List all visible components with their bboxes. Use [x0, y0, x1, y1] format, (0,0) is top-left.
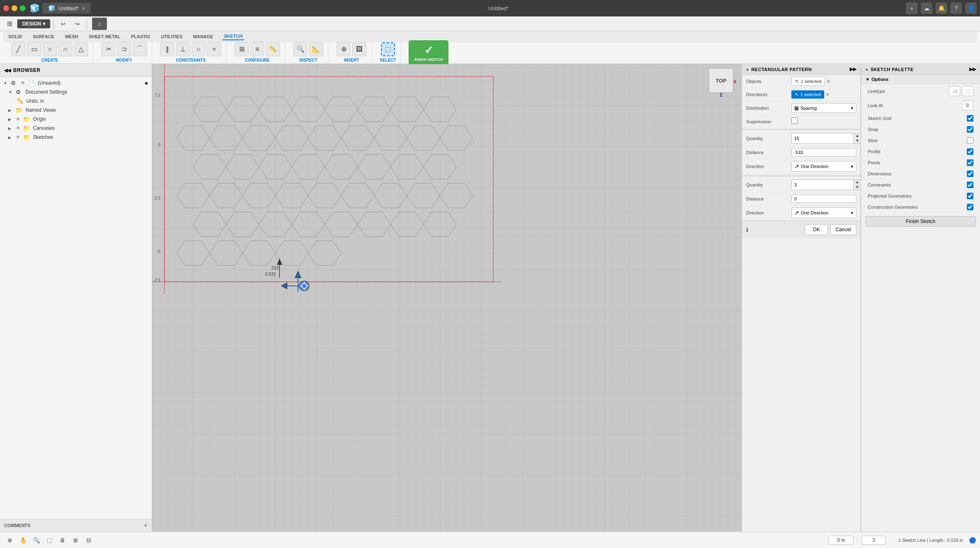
triangle-tool-button[interactable]: △: [74, 42, 88, 56]
sidebar-item-unsaved[interactable]: ▼ ⚙ 👁 📄 (Unsaved) ⏺: [0, 78, 152, 87]
profile-checkbox[interactable]: [967, 148, 973, 155]
close-window-button[interactable]: [3, 5, 9, 11]
eye-icon[interactable]: 👁: [21, 80, 25, 86]
trim-tool-button[interactable]: ✂: [102, 42, 116, 56]
objects-clear-button[interactable]: ×: [827, 78, 830, 85]
design-mode-button[interactable]: DESIGN ▾: [17, 19, 50, 28]
cancel-button[interactable]: Cancel: [830, 224, 856, 235]
tab-manage[interactable]: MANAGE: [192, 33, 215, 40]
create-section-label[interactable]: CREATE: [42, 56, 58, 63]
status-bar-icon[interactable]: 🔵: [969, 537, 976, 543]
notification-button[interactable]: 🔔: [936, 2, 947, 14]
options-section-header[interactable]: ▼ Options: [861, 75, 980, 84]
ok-button[interactable]: OK: [805, 224, 827, 235]
zoom-button[interactable]: 🔍: [30, 534, 42, 546]
rectangle-tool-button[interactable]: ▭: [27, 42, 41, 56]
tab-surface[interactable]: SURFACE: [31, 33, 56, 40]
select-tool-button[interactable]: ⬚: [381, 42, 395, 56]
configure-section-label[interactable]: CONFIGURE: [245, 56, 270, 63]
eye-icon[interactable]: 👁: [16, 125, 21, 131]
arc-tool-button[interactable]: ∩: [58, 42, 72, 56]
insert2-button[interactable]: 🖼: [352, 42, 366, 56]
close-tab-icon[interactable]: ×: [82, 5, 85, 12]
fit-button[interactable]: ⬚: [44, 534, 55, 546]
inspect-section-label[interactable]: INSPECT: [299, 56, 317, 63]
maximize-window-button[interactable]: [20, 5, 25, 11]
finish-sketch-button[interactable]: ✓ FINISH SKETCH: [409, 40, 448, 65]
add-comment-button[interactable]: +: [144, 522, 148, 529]
tab-plastic[interactable]: PLASTIC: [129, 33, 152, 40]
app-tab[interactable]: 🧊 Untitled* ×: [42, 3, 91, 14]
home-button[interactable]: ⌂: [92, 18, 107, 30]
circle-tool-button[interactable]: ○: [43, 42, 57, 56]
coord-x-display[interactable]: 0 in: [829, 536, 853, 545]
insert1-button[interactable]: ⊕: [337, 42, 351, 56]
linetype-button-2[interactable]: ⬚: [962, 86, 973, 96]
fillet-tool-button[interactable]: ⌒: [133, 42, 147, 56]
configure1-button[interactable]: ⊞: [235, 42, 249, 56]
points-checkbox[interactable]: [967, 159, 973, 166]
dimensions-checkbox[interactable]: [967, 170, 973, 177]
quantity-decrement-1[interactable]: ▼: [853, 138, 861, 143]
select-section-label[interactable]: SELECT: [380, 56, 396, 63]
inspect1-button[interactable]: 🔍: [294, 42, 307, 56]
direction-dropdown-2[interactable]: ↗ One Direction ▾: [791, 207, 856, 218]
quantity-input-1[interactable]: [792, 135, 853, 142]
rect-pattern-expand-icon[interactable]: ▶▶: [850, 67, 856, 72]
directions-clear-button[interactable]: ×: [826, 91, 829, 98]
pan-button[interactable]: ✋: [17, 534, 29, 546]
distribution-dropdown[interactable]: ▦ Spacing ▾: [791, 103, 856, 113]
quantity-increment-1[interactable]: ▲: [853, 134, 861, 138]
grid-display-button[interactable]: ⊞: [70, 534, 81, 546]
sidebar-item-units[interactable]: 📏 Units: in: [0, 97, 152, 106]
view-cube[interactable]: TOP X Z: [705, 68, 737, 101]
offset-tool-button[interactable]: ⊃: [117, 42, 131, 56]
sketch-grid-checkbox[interactable]: [967, 115, 973, 122]
tab-solid[interactable]: SOLID: [7, 33, 24, 40]
eye-icon[interactable]: 👁: [16, 134, 21, 140]
constraints-checkbox[interactable]: [967, 182, 973, 188]
view-options-button[interactable]: ⊟: [83, 534, 95, 546]
sidebar-item-named-views[interactable]: ▶ 📁 Named Views: [0, 106, 152, 115]
modify-section-label[interactable]: MODIFY: [116, 56, 132, 63]
account-button[interactable]: 👤: [965, 2, 977, 14]
sidebar-item-origin[interactable]: ▶ 👁 📁 Origin: [0, 115, 152, 124]
constraint4-button[interactable]: =: [207, 42, 221, 56]
directions-selected-badge[interactable]: ↖ 1 selected: [791, 90, 824, 99]
constraint2-button[interactable]: ⊥: [176, 42, 190, 56]
help-button[interactable]: ?: [950, 2, 962, 14]
display-button[interactable]: 🖥: [57, 534, 68, 546]
orbit-button[interactable]: ⊕: [4, 534, 16, 546]
direction-dropdown-1[interactable]: ↗ One Direction ▾: [791, 161, 856, 172]
slice-checkbox[interactable]: [967, 137, 973, 144]
cloud-button[interactable]: ☁: [921, 2, 932, 14]
insert-section-label[interactable]: INSERT: [344, 56, 359, 63]
view-cube-box[interactable]: TOP X Z: [709, 68, 733, 93]
objects-selected-badge[interactable]: ↖ 1 selected: [791, 77, 825, 86]
tab-sketch[interactable]: SKETCH: [222, 33, 244, 40]
constraint3-button[interactable]: ○: [192, 42, 206, 56]
constraints-section-label[interactable]: CONSTRAINTS: [176, 56, 206, 63]
minimize-window-button[interactable]: [12, 5, 17, 11]
constraint1-button[interactable]: ‖: [160, 42, 174, 56]
grid-menu-button[interactable]: ⊞: [3, 18, 16, 29]
construction-geo-checkbox[interactable]: [967, 204, 973, 210]
info-button[interactable]: ℹ: [746, 226, 748, 233]
linetype-button-1[interactable]: ◁: [949, 86, 960, 96]
quantity-decrement-2[interactable]: ▼: [853, 185, 861, 190]
distance-input-1[interactable]: [792, 149, 856, 156]
undo-button[interactable]: ↩: [57, 18, 69, 29]
sidebar-item-canvases[interactable]: ▶ 👁 📁 Canvases: [0, 124, 152, 133]
configure3-button[interactable]: 📏: [266, 42, 280, 56]
line-tool-button[interactable]: ╱: [12, 42, 25, 56]
tab-utilities[interactable]: UTILITIES: [159, 33, 184, 40]
sidebar-item-doc-settings[interactable]: ▼ ⚙ Document Settings: [0, 87, 152, 97]
finish-sketch-side-button[interactable]: Finish Sketch: [865, 216, 976, 227]
projected-geo-checkbox[interactable]: [967, 193, 973, 199]
quantity-input-2[interactable]: [792, 181, 853, 189]
coord-y-display[interactable]: 3: [861, 536, 886, 545]
sidebar-item-sketches[interactable]: ▶ 👁 📁 Sketches: [0, 133, 152, 142]
distance-input-2[interactable]: [792, 195, 856, 203]
sidebar-collapse-button[interactable]: ◀◀: [4, 68, 11, 73]
add-tab-button[interactable]: +: [906, 2, 918, 14]
